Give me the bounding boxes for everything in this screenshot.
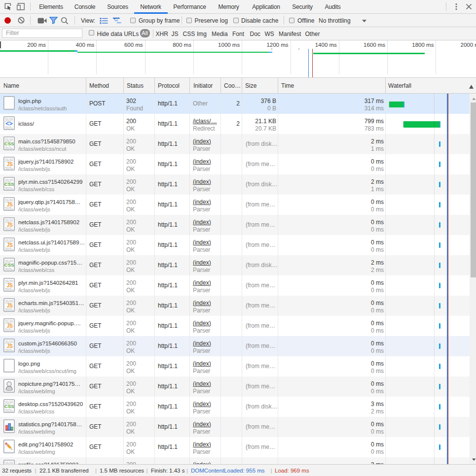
svg-text:CSS: CSS (4, 262, 14, 268)
svg-text:JS: JS (7, 222, 13, 228)
svg-text:CSS: CSS (4, 141, 14, 146)
svg-text:JS: JS (7, 303, 13, 308)
svg-text:JS: JS (7, 323, 13, 329)
svg-text:JS: JS (7, 162, 13, 167)
svg-text:JS: JS (7, 242, 13, 248)
svg-text:CSS: CSS (4, 404, 14, 409)
svg-text:CSS: CSS (4, 181, 14, 187)
svg-text:JS: JS (7, 283, 13, 288)
svg-text:JS: JS (7, 202, 13, 207)
svg-text:JS: JS (7, 343, 13, 349)
svg-text:<>: <> (5, 120, 13, 127)
